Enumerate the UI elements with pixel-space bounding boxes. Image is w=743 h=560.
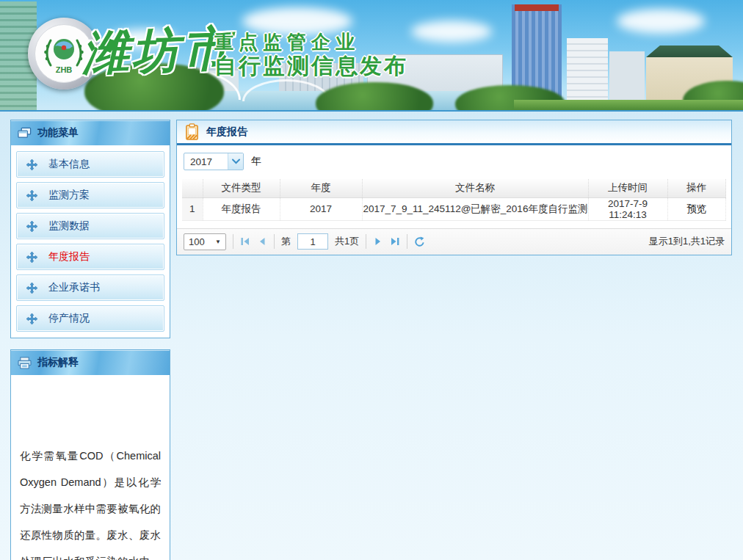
sidebar-item-monitoring-data[interactable]: 监测数据 xyxy=(16,213,164,239)
indicator-panel-title: 指标解释 xyxy=(37,356,79,369)
col-header-year: 年度 xyxy=(280,179,362,197)
sidebar: 功能菜单 基本信息 监测方案 监测数据 xyxy=(10,120,170,560)
year-cell: 2017 xyxy=(280,197,362,220)
windows-icon xyxy=(18,127,32,139)
refresh-button[interactable] xyxy=(414,236,425,247)
cloud-decoration xyxy=(617,9,705,34)
sidebar-item-monitoring-plan[interactable]: 监测方案 xyxy=(16,182,164,208)
sidebar-item-label: 企业承诺书 xyxy=(48,281,100,294)
year-unit-label: 年 xyxy=(251,155,261,168)
indicator-panel-body: 化学需氧量COD（Chemical Oxygen Demand）是以化学方法测量… xyxy=(11,375,170,560)
printer-icon xyxy=(18,357,32,369)
last-page-button[interactable] xyxy=(390,236,400,247)
chevron-down-icon xyxy=(228,153,243,170)
function-menu-title: 功能菜单 xyxy=(37,126,79,139)
table-header-row: 文件类型 年度 文件名称 上传时间 操作 xyxy=(182,179,726,197)
sidebar-item-label: 监测数据 xyxy=(48,219,90,233)
page-prefix-label: 第 xyxy=(281,235,291,248)
pager-divider xyxy=(366,234,366,249)
file-name-cell: 2017_7_9_11_245112@已解密_2016年度自行监测开展情况年 xyxy=(362,197,588,220)
caret-down-icon: ▼ xyxy=(215,239,221,245)
annual-report-table: 文件类型 年度 文件名称 上传时间 操作 1 年度报告 2017 2017_7_ xyxy=(182,179,726,221)
col-header-file-type: 文件类型 xyxy=(203,179,280,197)
sidebar-item-basic-info[interactable]: 基本信息 xyxy=(16,151,164,178)
next-page-button[interactable] xyxy=(373,236,383,247)
cloud-decoration xyxy=(411,21,492,43)
header-banner: ZHB 潍坊市 重点监管企业 自行监测信息发布 xyxy=(0,0,743,112)
grass-decoration xyxy=(514,100,743,110)
sidebar-item-label: 监测方案 xyxy=(48,189,90,202)
refresh-icon xyxy=(414,236,425,247)
annual-report-header: 年度报告 xyxy=(177,120,731,145)
pager-divider xyxy=(407,234,407,249)
col-header-action: 操作 xyxy=(667,179,726,197)
pager-divider xyxy=(274,234,275,249)
next-page-icon xyxy=(373,236,383,247)
action-cell: 预览 xyxy=(667,197,726,220)
clipboard-icon xyxy=(185,123,199,140)
preview-link[interactable]: 预览 xyxy=(686,203,706,214)
sidebar-item-production-stoppage[interactable]: 停产情况 xyxy=(16,305,164,332)
upload-time-cell: 2017-7-9 11:24:13 xyxy=(588,197,667,220)
pagination-bar: 100 ▼ 第 共1页 xyxy=(177,228,731,255)
row-index-cell: 1 xyxy=(182,197,203,220)
page: ZHB 潍坊市 重点监管企业 自行监测信息发布 功能菜单 xyxy=(0,0,743,560)
year-select[interactable]: 2017 xyxy=(184,153,244,170)
move-arrows-icon xyxy=(26,159,37,170)
indicator-explanation-text: 化学需氧量COD（Chemical Oxygen Demand）是以化学方法测量… xyxy=(20,443,161,560)
sidebar-item-enterprise-commitment[interactable]: 企业承诺书 xyxy=(16,274,164,301)
file-type-cell: 年度报告 xyxy=(203,197,280,220)
col-header-file-name: 文件名称 xyxy=(362,179,588,197)
prev-page-icon xyxy=(257,236,267,247)
prev-page-button[interactable] xyxy=(257,236,267,247)
total-pages-label: 共1页 xyxy=(335,235,359,248)
move-arrows-icon xyxy=(26,252,37,263)
move-arrows-icon xyxy=(26,190,37,201)
page-number-input[interactable] xyxy=(297,233,328,250)
site-subtitle-line2: 自行监测信息发布 xyxy=(214,51,408,81)
sidebar-item-label: 停产情况 xyxy=(48,312,90,325)
annual-report-body: 2017 年 文件类型 xyxy=(177,145,731,221)
indicator-panel-header: 指标解释 xyxy=(11,350,170,375)
sidebar-item-annual-report[interactable]: 年度报告 xyxy=(16,244,164,270)
indicator-explanation-panel: 指标解释 化学需氧量COD（Chemical Oxygen Demand）是以化… xyxy=(10,349,170,560)
move-arrows-icon xyxy=(26,283,37,294)
annual-report-title: 年度报告 xyxy=(206,126,247,139)
first-page-icon xyxy=(240,236,250,247)
sidebar-item-label: 年度报告 xyxy=(48,250,90,263)
last-page-icon xyxy=(390,236,400,247)
year-select-value: 2017 xyxy=(190,156,212,167)
year-filter-row: 2017 年 xyxy=(182,153,726,170)
table-row: 1 年度报告 2017 2017_7_9_11_245112@已解密_2016年… xyxy=(182,197,726,220)
menu-list: 基本信息 监测方案 监测数据 年度报告 xyxy=(11,145,170,338)
move-arrows-icon xyxy=(26,313,37,324)
move-arrows-icon xyxy=(26,221,37,232)
page-content: 功能菜单 基本信息 监测方案 监测数据 xyxy=(0,112,743,560)
function-menu-header: 功能菜单 xyxy=(11,120,170,145)
record-summary: 显示1到1,共1记录 xyxy=(649,235,725,248)
first-page-button[interactable] xyxy=(240,236,250,247)
annual-report-panel: 年度报告 2017 年 xyxy=(176,120,732,255)
site-city-title: 潍坊市 xyxy=(81,16,233,85)
page-size-select[interactable]: 100 ▼ xyxy=(184,233,226,250)
sidebar-item-label: 基本信息 xyxy=(48,158,90,171)
pager-divider xyxy=(233,234,233,249)
col-header-upload-time: 上传时间 xyxy=(588,179,667,197)
svg-text:ZHB: ZHB xyxy=(56,65,73,74)
page-size-value: 100 xyxy=(189,236,205,247)
function-menu-panel: 功能菜单 基本信息 监测方案 监测数据 xyxy=(10,120,170,338)
col-header-index xyxy=(182,179,203,197)
